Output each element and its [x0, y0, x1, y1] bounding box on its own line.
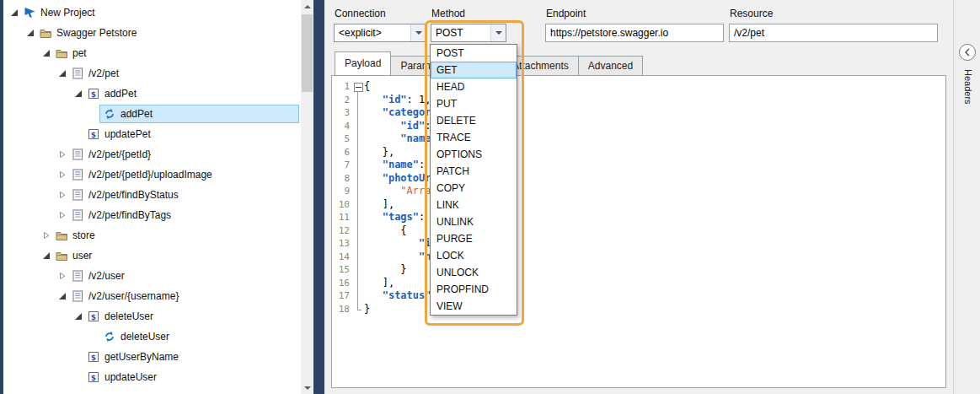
tree-item[interactable]: /v2/user	[3, 266, 301, 286]
tree-item-body[interactable]: $updateUser	[83, 368, 299, 386]
expand-arrow-icon[interactable]	[40, 231, 51, 240]
tab-payload[interactable]: Payload	[335, 51, 391, 76]
method-option-link[interactable]: LINK	[431, 197, 517, 213]
method-option-head[interactable]: HEAD	[431, 78, 517, 95]
tree-item-body[interactable]: /v2/pet/{petId}/uploadImage	[67, 165, 299, 184]
tree-item[interactable]: /v2/pet	[3, 63, 301, 84]
payload-editor[interactable]: 1{2 "id": 1,3 "category": {4 "id": 1,5 "…	[333, 77, 945, 386]
tree-item-label: /v2/pet	[85, 67, 119, 79]
fold-collapse-icon[interactable]	[353, 80, 364, 94]
scrollbar-thumb[interactable]	[302, 14, 313, 92]
method-option-lock[interactable]: LOCK	[431, 247, 517, 264]
tree-item-body[interactable]: $deleteUser	[83, 307, 299, 326]
expand-arrow-icon[interactable]	[56, 272, 67, 280]
method-option-unlock[interactable]: UNLOCK	[431, 264, 517, 281]
expand-arrow-icon[interactable]	[56, 211, 67, 219]
tree-item-selected-body[interactable]: addPet	[99, 105, 299, 123]
method-option-patch[interactable]: PATCH	[431, 163, 517, 180]
line-number: 7	[333, 159, 353, 172]
collapse-arrow-icon[interactable]	[24, 29, 35, 37]
tree-item[interactable]: $deleteUser	[3, 306, 301, 327]
tree-item-body[interactable]: pet	[51, 44, 299, 62]
tree-item-body[interactable]: $updatePet	[83, 125, 299, 143]
collapse-arrow-icon[interactable]	[56, 292, 67, 300]
chevron-down-icon[interactable]	[490, 24, 506, 41]
tree-item-label: store	[69, 229, 95, 241]
tree-item-body[interactable]: /v2/pet/findByTags	[67, 206, 299, 224]
folder-icon	[54, 230, 69, 241]
line-number: 3	[333, 106, 353, 120]
line-number: 12	[333, 224, 353, 238]
tree-item[interactable]: store	[3, 225, 301, 246]
method-option-put[interactable]: PUT	[431, 95, 517, 112]
method-option-purge[interactable]: PURGE	[431, 230, 517, 247]
editor-line: 17 "status": "available"	[333, 289, 945, 303]
connection-select[interactable]: <explicit>	[334, 24, 426, 42]
tree-item-body[interactable]: /v2/pet	[67, 64, 299, 83]
tree-item-body[interactable]: $getUserByName	[83, 348, 299, 366]
fold-line	[353, 146, 364, 159]
expand-arrow-icon[interactable]	[56, 191, 67, 199]
tree-item[interactable]: /v2/pet/{petId}/uploadImage	[3, 165, 301, 185]
tree-item[interactable]: $updateUser	[3, 367, 301, 387]
scroll-up-button[interactable]	[301, 0, 313, 13]
fold-line	[353, 185, 364, 198]
endpoint-icon	[70, 67, 85, 79]
tree-item[interactable]: addPet	[3, 104, 301, 124]
tree-item[interactable]: $addPet	[3, 84, 301, 104]
method-option-trace[interactable]: TRACE	[431, 129, 517, 146]
tree-item[interactable]: $updatePet	[3, 124, 301, 144]
collapse-arrow-icon[interactable]	[40, 49, 51, 57]
method-option-delete[interactable]: DELETE	[431, 112, 517, 129]
headers-panel-collapsed[interactable]: Headers	[953, 0, 980, 394]
tree-item-body[interactable]: /v2/user	[67, 267, 299, 285]
fold-line	[353, 303, 364, 316]
method-option-unlink[interactable]: UNLINK	[431, 213, 517, 230]
fold-line	[353, 120, 364, 133]
tab-advanced[interactable]: Advanced	[578, 56, 643, 76]
tree-item-body[interactable]: deleteUser	[99, 327, 299, 346]
tree-item[interactable]: $getUserByName	[3, 347, 301, 367]
scroll-down-button[interactable]	[301, 381, 313, 394]
tree-item[interactable]: Swagger Petstore	[3, 23, 301, 43]
tree-item[interactable]: /v2/pet/{petId}	[3, 144, 301, 165]
tree-item-body[interactable]: Swagger Petstore	[35, 24, 299, 42]
tree-item-body[interactable]: user	[51, 246, 299, 265]
tree-item[interactable]: /v2/user/{username}	[3, 286, 301, 306]
method-option-get[interactable]: GET	[431, 62, 517, 78]
method-option-post[interactable]: POST	[431, 45, 517, 62]
endpoint-input[interactable]	[545, 24, 724, 42]
endpoint-icon	[70, 148, 85, 160]
collapse-arrow-icon[interactable]	[72, 89, 83, 98]
tree-item[interactable]: deleteUser	[3, 327, 301, 347]
method-option-propfind[interactable]: PROPFIND	[431, 281, 517, 298]
fold-line	[353, 251, 364, 264]
tree-item[interactable]: /v2/pet/findByTags	[3, 205, 301, 225]
resource-label: Resource	[730, 8, 773, 19]
method-option-copy[interactable]: COPY	[431, 180, 517, 197]
tree-item[interactable]: /v2/pet/findByStatus	[3, 185, 301, 205]
collapse-arrow-icon[interactable]	[40, 251, 51, 260]
tree-item-label: /v2/pet/{petId}/uploadImage	[85, 169, 212, 181]
expand-arrow-icon[interactable]	[56, 170, 67, 179]
expand-panel-button[interactable]	[959, 44, 976, 61]
tree-item-body[interactable]: $addPet	[83, 84, 299, 103]
method-option-view[interactable]: VIEW	[431, 298, 517, 315]
chevron-down-icon[interactable]	[410, 24, 426, 41]
expand-arrow-icon[interactable]	[56, 150, 67, 159]
tree-item-body[interactable]: /v2/pet/{petId}	[67, 145, 299, 164]
collapse-arrow-icon[interactable]	[72, 312, 83, 321]
tree-item[interactable]: New Project	[3, 3, 301, 23]
tree-item[interactable]: pet	[3, 43, 301, 63]
method-option-options[interactable]: OPTIONS	[431, 146, 517, 163]
collapse-arrow-icon[interactable]	[56, 69, 67, 78]
tree-item-body[interactable]: New Project	[19, 3, 299, 22]
resource-input[interactable]	[729, 24, 938, 42]
tree-scrollbar[interactable]	[301, 0, 313, 394]
tree-item-body[interactable]: /v2/pet/findByStatus	[67, 186, 299, 204]
tree-item-body[interactable]: /v2/user/{username}	[67, 287, 299, 305]
tree-item-body[interactable]: store	[51, 226, 299, 245]
collapse-arrow-icon[interactable]	[8, 8, 19, 17]
method-select[interactable]: POST	[431, 24, 506, 42]
tree-item[interactable]: user	[3, 246, 301, 266]
